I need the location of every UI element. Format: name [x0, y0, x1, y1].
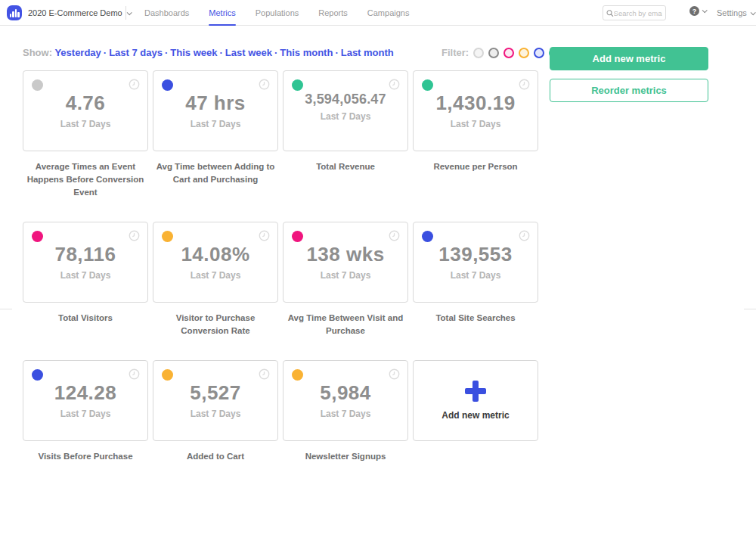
metric-value: 3,594,056.47 — [284, 92, 407, 107]
metric-period: Last 7 Days — [23, 119, 147, 129]
chevron-down-icon — [702, 8, 708, 13]
date-range-link-yesterday[interactable]: Yesterday — [54, 47, 101, 58]
filter-label: Filter: — [442, 47, 469, 58]
metric-card-body: 5,527 Last 7 Days — [153, 381, 277, 419]
metrics-grid: 4.76 Last 7 Days Average Times an Event … — [23, 70, 538, 463]
clock-icon — [129, 230, 140, 241]
show-label: Show: — [23, 47, 52, 58]
metric-label: Visits Before Purchase — [23, 450, 148, 463]
metric-card[interactable]: 4.76 Last 7 Days — [23, 70, 148, 151]
metric-card[interactable]: 138 wks Last 7 Days — [283, 222, 408, 303]
metric-period: Last 7 Days — [153, 119, 277, 129]
metric-cell: 138 wks Last 7 Days Avg Time Between Vis… — [283, 222, 408, 337]
metrics-dashboard-page: 2020 E-Commerce Demo DashboardsMetricsPo… — [0, 0, 756, 547]
metric-period: Last 7 Days — [414, 119, 538, 129]
settings-menu[interactable]: Settings — [717, 0, 754, 26]
add-new-metric-button[interactable]: Add new metric — [550, 47, 708, 70]
metric-card[interactable]: 124.28 Last 7 Days — [23, 360, 148, 441]
metric-card[interactable]: 14.08% Last 7 Days — [153, 222, 278, 303]
metric-period: Last 7 Days — [153, 409, 277, 419]
nav-item-reports[interactable]: Reports — [308, 0, 358, 26]
metric-period: Last 7 Days — [23, 270, 147, 281]
filter-dots-group: Filter: — [442, 47, 559, 58]
search-icon — [606, 9, 614, 17]
metric-color-dot — [32, 231, 43, 242]
search-input[interactable] — [614, 9, 662, 17]
metric-card[interactable]: 3,594,056.47 Last 7 Days — [283, 70, 408, 151]
project-selector-label: 2020 E-Commerce Demo — [28, 8, 122, 17]
metric-card-body: 4.76 Last 7 Days — [23, 92, 147, 129]
metric-cell: 5,527 Last 7 Days Added to Cart — [153, 360, 278, 463]
date-range-link-last-week[interactable]: Last week — [225, 47, 272, 58]
metric-label: Total Revenue — [283, 160, 408, 173]
metric-color-dot — [292, 79, 303, 91]
clock-icon — [259, 230, 270, 241]
metric-card[interactable]: 5,984 Last 7 Days — [283, 360, 408, 441]
range-separator: · — [217, 47, 225, 58]
search-box[interactable] — [603, 5, 666, 20]
chevron-down-icon — [126, 10, 132, 15]
settings-label: Settings — [717, 8, 747, 17]
metric-label: Revenue per Person — [413, 160, 538, 173]
metric-card[interactable]: 139,553 Last 7 Days — [413, 222, 538, 303]
metric-label: Visitor to Purchase Conversion Rate — [153, 312, 278, 337]
header-divider — [125, 6, 126, 20]
add-new-metric-card[interactable]: Add new metric — [413, 360, 538, 441]
metric-card-body: 14.08% Last 7 Days — [153, 243, 277, 281]
metric-actions: Add new metric Reorder metrics — [550, 47, 708, 102]
filter-dots — [469, 48, 559, 58]
metric-color-dot — [292, 231, 303, 242]
range-separator: · — [163, 47, 170, 58]
top-navigation-bar: 2020 E-Commerce Demo DashboardsMetricsPo… — [0, 0, 756, 26]
metric-card[interactable]: 1,430.19 Last 7 Days — [413, 70, 538, 151]
filter-dot-yellow[interactable] — [519, 48, 529, 58]
metric-card[interactable]: 5,527 Last 7 Days — [153, 360, 278, 441]
metric-card-body: 3,594,056.47 Last 7 Days — [284, 92, 407, 122]
nav-item-populations[interactable]: Populations — [246, 0, 309, 26]
metric-card-body: 124.28 Last 7 Days — [23, 381, 147, 419]
metric-period: Last 7 Days — [23, 409, 147, 419]
metric-cell: 14.08% Last 7 Days Visitor to Purchase C… — [153, 222, 278, 337]
filter-dot-gray[interactable] — [473, 48, 484, 58]
metric-card[interactable]: 78,116 Last 7 Days — [23, 222, 148, 303]
metric-color-dot — [162, 79, 173, 91]
metric-cell: 139,553 Last 7 Days Total Site Searches — [413, 222, 538, 337]
nav-item-campaigns[interactable]: Campaigns — [358, 0, 420, 26]
chevron-down-icon — [750, 10, 755, 15]
metric-color-dot — [32, 369, 43, 381]
date-range-link-last-month[interactable]: Last month — [341, 47, 394, 58]
clock-icon — [389, 230, 400, 241]
metric-card-body: 5,984 Last 7 Days — [284, 381, 407, 419]
metric-value: 138 wks — [284, 243, 407, 266]
metric-cell: 78,116 Last 7 Days Total Visitors — [23, 222, 148, 337]
metric-value: 14.08% — [153, 243, 277, 266]
nav-item-dashboards[interactable]: Dashboards — [135, 0, 199, 26]
clock-icon — [389, 368, 400, 380]
metric-card-body: 1,430.19 Last 7 Days — [414, 92, 538, 129]
metric-period: Last 7 Days — [284, 270, 407, 281]
clock-icon — [129, 368, 140, 380]
metric-cell: 47 hrs Last 7 Days Avg Time between Addi… — [153, 70, 278, 199]
date-range-link-this-week[interactable]: This week — [170, 47, 217, 58]
metric-cell: 124.28 Last 7 Days Visits Before Purchas… — [23, 360, 148, 463]
help-menu[interactable]: ? — [689, 6, 706, 16]
metric-color-dot — [162, 369, 173, 381]
filter-dot-pink[interactable] — [503, 48, 514, 58]
metric-label: Average Times an Event Happens Before Co… — [23, 160, 148, 199]
range-separator: · — [272, 47, 280, 58]
project-selector[interactable]: 2020 E-Commerce Demo — [28, 0, 131, 26]
metric-period: Last 7 Days — [284, 409, 407, 419]
filter-dot-blue[interactable] — [534, 48, 544, 58]
clock-icon — [259, 368, 270, 380]
reorder-metrics-button[interactable]: Reorder metrics — [550, 79, 708, 102]
filter-dot-dark-gray[interactable] — [488, 48, 499, 58]
app-logo-bar-chart-icon[interactable] — [7, 5, 22, 20]
date-range-link-this-month[interactable]: This month — [280, 47, 333, 58]
nav-item-metrics[interactable]: Metrics — [199, 0, 245, 26]
metric-color-dot — [422, 79, 433, 91]
date-range-link-last-7-days[interactable]: Last 7 days — [109, 47, 163, 58]
metric-card[interactable]: 47 hrs Last 7 Days — [153, 70, 278, 151]
metric-value: 1,430.19 — [414, 92, 538, 115]
metric-value: 4.76 — [23, 92, 147, 115]
add-metric-cell: Add new metric — [413, 360, 538, 463]
